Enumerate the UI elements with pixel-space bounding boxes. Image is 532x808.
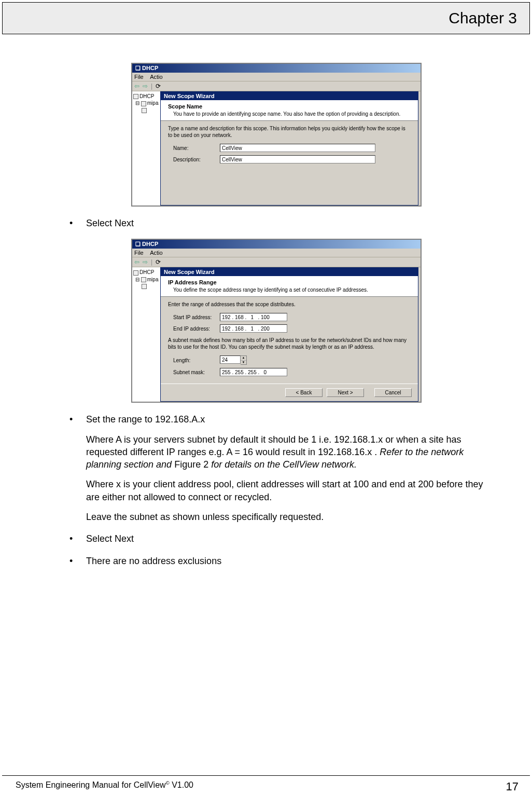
wizard-header: Scope Name You have to provide an identi… — [161, 100, 418, 121]
tree-node-2[interactable]: mipa — [147, 277, 159, 282]
refresh-icon[interactable]: ⟳ — [156, 83, 161, 90]
wizard-dialog-1: New Scope Wizard Scope Name You have to … — [160, 91, 418, 206]
bullet-select-next-1: Select Next — [67, 217, 485, 229]
start-ip-label: Start IP address: — [173, 314, 220, 320]
bullet-set-range-text: Set the range to 192.168.A.x — [86, 414, 205, 424]
para-1c: Figure 2 — [174, 459, 208, 470]
scope-instruction: Type a name and description for this sco… — [168, 125, 411, 139]
end-ip-input[interactable] — [220, 324, 287, 333]
wizard-header-2: IP Address Range You define the scope ad… — [161, 276, 418, 297]
wizard-body-2: Enter the range of addresses that the sc… — [161, 297, 418, 384]
back-button[interactable]: < Back — [285, 388, 323, 397]
menu-bar[interactable]: File Actio — [132, 73, 421, 81]
dhcp-window-2: ❏ DHCP File Actio ⇦ ⇨ | ⟳ DHCP ⊟ mipa — [131, 239, 422, 403]
end-ip-label: End IP address: — [173, 326, 220, 332]
page-footer: System Engineering Manual for CellView© … — [2, 775, 530, 793]
wizard-button-bar: < Back Next > Cancel — [161, 384, 418, 401]
spin-down-icon[interactable]: ▼ — [241, 361, 246, 365]
length-input[interactable] — [220, 355, 241, 364]
ip-range-sub: You define the scope address range by id… — [173, 286, 413, 293]
description-input[interactable] — [220, 155, 375, 163]
para-subnet-explain: Where A is your servers subnet by defaul… — [86, 433, 485, 471]
range-instruction: Enter the range of addresses that the sc… — [168, 301, 411, 308]
ip-range-heading: IP Address Range — [168, 279, 413, 285]
window-title-text-2: DHCP — [142, 241, 158, 247]
page-header: Chapter 3 — [2, 2, 530, 34]
server-icon — [141, 277, 146, 282]
footer-doc-title: System Engineering Manual for CellView© … — [16, 780, 193, 793]
wizard-body: Type a name and description for this sco… — [161, 121, 418, 171]
window-title: ❏ DHCP — [132, 64, 421, 73]
folder-icon — [142, 108, 147, 113]
forward-icon[interactable]: ⇨ — [143, 258, 148, 266]
name-label: Name: — [173, 145, 220, 151]
page-content: ❏ DHCP File Actio ⇦ ⇨ | ⟳ DHCP ⊟ mipa — [0, 34, 532, 567]
back-icon[interactable]: ⇦ — [134, 83, 139, 90]
window-title-2: ❏ DHCP — [132, 240, 421, 249]
subnet-mask-label: Subnet mask: — [173, 369, 220, 375]
screenshot-2-wrap: ❏ DHCP File Actio ⇦ ⇨ | ⟳ DHCP ⊟ mipa — [67, 239, 485, 403]
dhcp-node-icon — [133, 270, 138, 276]
tree-pane[interactable]: DHCP ⊟ mipa — [132, 91, 161, 206]
screenshot-1-wrap: ❏ DHCP File Actio ⇦ ⇨ | ⟳ DHCP ⊟ mipa — [67, 63, 485, 207]
name-input[interactable] — [220, 144, 375, 152]
toolbar-2[interactable]: ⇦ ⇨ | ⟳ — [132, 257, 421, 267]
start-ip-input[interactable] — [220, 313, 287, 321]
tree-root-2[interactable]: DHCP — [139, 269, 154, 275]
server-icon — [141, 101, 146, 106]
copyright-icon: © — [166, 780, 170, 786]
window-title-text: DHCP — [142, 65, 158, 71]
subnet-mask-input[interactable] — [220, 368, 287, 376]
para-leave-subnet: Leave the subnet as shown unless specifi… — [86, 511, 485, 523]
cancel-button[interactable]: Cancel — [374, 388, 412, 397]
dhcp-window-1: ❏ DHCP File Actio ⇦ ⇨ | ⟳ DHCP ⊟ mipa — [131, 63, 422, 207]
para-client-pool: Where x is your client address pool, cli… — [86, 478, 485, 503]
toolbar[interactable]: ⇦ ⇨ | ⟳ — [132, 81, 421, 91]
menu-bar-2[interactable]: File Actio — [132, 249, 421, 257]
menu-file-2[interactable]: File — [134, 250, 144, 256]
dhcp-icon: ❏ — [135, 241, 142, 247]
para-1d: for details on the CellView network. — [208, 459, 357, 470]
chapter-label: Chapter 3 — [449, 9, 517, 27]
subnet-instruction: A subnet mask defines how many bits of a… — [168, 337, 411, 350]
scope-name-heading: Scope Name — [168, 103, 413, 109]
menu-action-2[interactable]: Actio — [150, 250, 162, 256]
back-icon[interactable]: ⇦ — [134, 258, 139, 266]
dhcp-icon: ❏ — [135, 65, 142, 71]
tree-pane-2[interactable]: DHCP ⊟ mipa — [132, 267, 161, 402]
menu-action[interactable]: Actio — [150, 74, 162, 80]
next-button[interactable]: Next > — [327, 388, 364, 397]
description-label: Description: — [173, 157, 220, 162]
tree-node[interactable]: mipa — [147, 100, 159, 106]
refresh-icon[interactable]: ⟳ — [156, 258, 161, 266]
bullet-select-next-2: Select Next — [67, 532, 485, 545]
bullet-no-exclusions: There are no address exclusions — [67, 555, 485, 567]
bullet-set-range: Set the range to 192.168.A.x Where A is … — [67, 413, 485, 523]
footer-title-b: V1.00 — [170, 780, 193, 789]
forward-icon[interactable]: ⇨ — [143, 83, 148, 90]
spin-up-icon[interactable]: ▲ — [241, 356, 246, 361]
toolbar-sep: | — [151, 83, 152, 90]
folder-icon — [142, 284, 147, 289]
bullet-list-bottom: Set the range to 192.168.A.x Where A is … — [67, 413, 485, 567]
page-number: 17 — [506, 780, 519, 793]
tree-root[interactable]: DHCP — [139, 93, 154, 99]
dhcp-node-icon — [133, 94, 138, 99]
length-label: Length: — [173, 358, 220, 363]
scope-name-sub: You have to provide an identifying scope… — [173, 111, 413, 117]
bullet-list-top: Select Next — [67, 217, 485, 229]
length-spinner[interactable]: ▲▼ — [241, 355, 247, 365]
wizard-title-2: New Scope Wizard — [161, 268, 418, 276]
wizard-title: New Scope Wizard — [161, 92, 418, 100]
footer-title-a: System Engineering Manual for CellView — [16, 780, 166, 789]
menu-file[interactable]: File — [134, 74, 144, 80]
toolbar-sep: | — [151, 258, 152, 266]
wizard-dialog-2: New Scope Wizard IP Address Range You de… — [160, 267, 418, 402]
